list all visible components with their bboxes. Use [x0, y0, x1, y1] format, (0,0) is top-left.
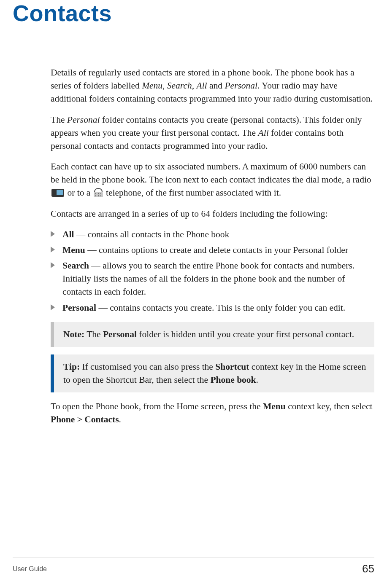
list-item: Personal — contains contacts you create.…: [51, 301, 374, 314]
list-item: Menu — contains options to create and de…: [51, 244, 374, 257]
intro-paragraph-4: Contacts are arranged in a series of up …: [51, 207, 374, 220]
text: Each contact can have up to six associat…: [51, 161, 371, 185]
text: —: [89, 260, 103, 271]
text: or to a: [65, 188, 93, 198]
folder-list: All — contains all contacts in the Phone…: [51, 228, 374, 314]
list-term: Menu: [62, 245, 85, 255]
closing-paragraph: To open the Phone book, from the Home sc…: [51, 400, 374, 426]
list-desc: contains options to create and delete co…: [99, 245, 348, 255]
text: To open the Phone book, from the Home sc…: [51, 401, 263, 411]
text: and: [207, 81, 225, 91]
note-label: Note:: [63, 329, 84, 339]
list-desc: contains all contacts in the Phone book: [88, 229, 230, 239]
radio-icon: [51, 189, 64, 197]
list-desc: contains contacts you create. This is th…: [110, 303, 345, 313]
telephone-icon: [94, 188, 103, 197]
text-bold: Phone book: [210, 375, 256, 385]
tip-label: Tip:: [63, 362, 80, 372]
text: The: [84, 329, 103, 339]
folder-all: All: [196, 81, 207, 91]
text-bold: Shortcut: [215, 362, 249, 372]
intro-paragraph-3: Each contact can have up to six associat…: [51, 160, 374, 200]
folder-all: All: [258, 128, 269, 138]
list-item: All — contains all contacts in the Phone…: [51, 228, 374, 241]
folder-search: Search: [167, 81, 192, 91]
footer-doc-title: User Guide: [13, 565, 47, 573]
bullet-icon: [51, 231, 55, 237]
text: The: [51, 115, 67, 125]
text: folder is hidden until you create your f…: [137, 329, 354, 339]
note-callout: Note: The Personal folder is hidden unti…: [51, 322, 374, 347]
text-bold: Menu: [263, 401, 286, 411]
folder-menu: Menu: [142, 81, 162, 91]
list-desc: allows you to search the entire Phone bo…: [62, 260, 355, 297]
text: context key, then select: [286, 401, 373, 411]
intro-paragraph-2: The Personal folder contains contacts yo…: [51, 113, 374, 153]
text: .: [119, 414, 121, 424]
tip-callout: Tip: If customised you can also press th…: [51, 354, 374, 392]
text: —: [85, 245, 99, 255]
text: —: [96, 303, 110, 313]
bullet-icon: [51, 247, 55, 252]
text: If customised you can also press the: [80, 362, 215, 372]
folder-personal: Personal: [67, 115, 100, 125]
list-term: All: [62, 229, 74, 239]
text-bold: Phone > Contacts: [51, 414, 119, 424]
list-term: Personal: [62, 303, 96, 313]
page-footer: User Guide 65: [13, 558, 374, 575]
text: ,: [192, 81, 197, 91]
intro-paragraph-1: Details of regularly used contacts are s…: [51, 66, 374, 106]
text: .: [256, 375, 258, 385]
body-content: Details of regularly used contacts are s…: [51, 66, 374, 427]
text: ,: [162, 81, 167, 91]
list-item: Search — allows you to search the entire…: [51, 259, 374, 299]
text-bold: Personal: [103, 329, 137, 339]
text: —: [74, 229, 87, 239]
list-term: Search: [62, 260, 89, 271]
bullet-icon: [51, 304, 55, 310]
folder-personal: Personal: [225, 81, 257, 91]
footer-page-number: 65: [362, 562, 374, 575]
bullet-icon: [51, 262, 55, 268]
page-title: Contacts: [13, 0, 374, 26]
text: telephone, of the first number associate…: [104, 188, 281, 198]
